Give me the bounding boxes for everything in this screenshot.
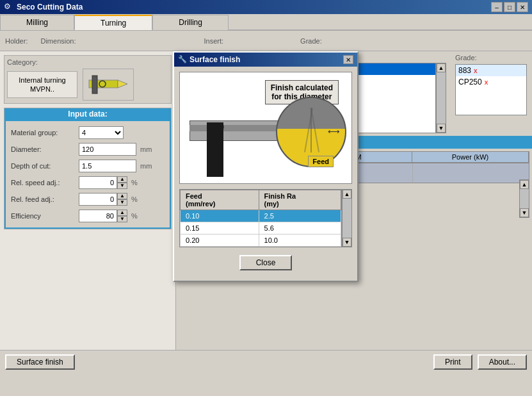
dimension-label: Dimension: — [40, 37, 76, 45]
input-fields: Material group: 4 Diameter: mm Depth of … — [6, 121, 170, 227]
material-group-select[interactable]: 4 — [79, 126, 124, 139]
surface-finish-button[interactable]: Surface finish — [5, 354, 75, 370]
depth-of-cut-row: Depth of cut: mm — [11, 160, 165, 172]
rel-speed-spinner: ▲ ▼ — [79, 176, 127, 189]
finish-cell-0: 2.5 — [259, 210, 341, 222]
diameter-input[interactable] — [79, 143, 136, 156]
header-row: Holder: Dimension: Insert: Grade: — [0, 31, 532, 51]
grade-item-1[interactable]: CP250 x — [456, 76, 526, 88]
depth-unit: mm — [140, 162, 152, 170]
modal-icon: 🔧 — [178, 55, 187, 64]
material-group-row: Material group: 4 — [11, 126, 165, 139]
modal-close-button[interactable]: Close — [239, 255, 293, 270]
rel-speed-label: Rel. speed adj.: — [11, 179, 75, 186]
rel-feed-row: Rel. feed adj.: ▲ ▼ % — [11, 193, 165, 206]
modal-body: Finish calculatedfor this diameter ↓ Fee… — [174, 67, 357, 281]
rel-speed-row: Rel. speed adj.: ▲ ▼ % — [11, 176, 165, 189]
rel-speed-input[interactable] — [79, 176, 117, 189]
insert-scroll-down[interactable]: ▼ — [437, 124, 446, 133]
modal-title: Surface finish — [189, 55, 343, 64]
svg-marker-1 — [118, 80, 127, 88]
category-image — [83, 69, 134, 101]
feed-label: Feed — [308, 156, 334, 167]
output-scrollbar: ▲ ▼ — [519, 179, 529, 218]
rel-feed-down[interactable]: ▼ — [117, 199, 127, 206]
app-title: Seco Cutting Data — [17, 3, 491, 12]
left-panel: Category: Internal turningMVPN.. — [0, 51, 176, 350]
insert-scroll-up[interactable]: ▲ — [437, 63, 446, 72]
table-scroll-down[interactable]: ▼ — [343, 238, 351, 247]
efficiency-label: Efficiency — [11, 212, 75, 220]
table-row-1[interactable]: 0.15 5.6 — [181, 222, 341, 235]
table-scroll-thumb — [343, 199, 351, 238]
modal-table-area: Feed(mm/rev) Finish Ra(my) 0.10 2.5 0.15… — [179, 189, 342, 247]
category-label: Category: — [7, 58, 168, 66]
surface-finish-modal: 🔧 Surface finish ✕ Finish calculatedfor … — [173, 51, 359, 282]
modal-table: Feed(mm/rev) Finish Ra(my) 0.10 2.5 0.15… — [180, 190, 341, 247]
modal-table-scroll: Feed(mm/rev) Finish Ra(my) 0.10 2.5 0.15… — [179, 189, 352, 247]
category-inner: Internal turningMVPN.. — [7, 69, 168, 101]
efficiency-down[interactable]: ▼ — [117, 216, 127, 222]
efficiency-spinner: ▲ ▼ — [79, 210, 127, 222]
holder-label: Holder: — [5, 37, 28, 45]
depth-label: Depth of cut: — [11, 162, 75, 170]
rel-feed-input[interactable] — [79, 193, 117, 206]
tool-body — [207, 122, 223, 177]
tab-drilling[interactable]: Drilling — [152, 15, 229, 30]
grade-section-label: Grade: — [455, 54, 527, 62]
input-section: Input data: Material group: 4 Diameter: … — [4, 108, 172, 229]
close-button[interactable]: ✕ — [517, 2, 528, 12]
modal-table-scrollbar: ▲ ▼ — [342, 189, 352, 247]
efficiency-input[interactable] — [79, 210, 117, 222]
col-feed-header: Feed(mm/rev) — [181, 190, 259, 210]
title-bar: ⚙ Seco Cutting Data – □ ✕ — [0, 0, 532, 14]
finish-cell-2: 10.0 — [259, 235, 341, 247]
table-row-0[interactable]: 0.10 2.5 — [181, 210, 341, 222]
bottom-bar: Surface finish Print About... — [0, 350, 532, 373]
rel-speed-arrows: ▲ ▼ — [117, 176, 127, 189]
output-scroll-up[interactable]: ▲ — [520, 180, 529, 189]
tab-milling[interactable]: Milling — [0, 15, 74, 30]
print-button[interactable]: Print — [433, 354, 472, 370]
rel-feed-arrows: ▲ ▼ — [117, 193, 127, 206]
diameter-label: Diameter: — [11, 145, 75, 153]
grade-list[interactable]: 883 x CP250 x — [455, 64, 527, 115]
rel-feed-up[interactable]: ▲ — [117, 193, 127, 199]
category-button[interactable]: Internal turningMVPN.. — [7, 71, 77, 99]
rel-feed-unit: % — [131, 195, 138, 203]
grade-label: Grade: — [300, 37, 322, 45]
about-button[interactable]: About... — [478, 354, 527, 370]
modal-title-bar: 🔧 Surface finish ✕ — [174, 53, 357, 67]
output-col-power: Power (kW) — [412, 152, 529, 163]
output-scroll-down[interactable]: ▼ — [520, 208, 529, 217]
modal-close-area: Close — [179, 252, 352, 276]
efficiency-row: Efficiency ▲ ▼ % — [11, 210, 165, 222]
rel-feed-label: Rel. feed adj.: — [11, 195, 75, 203]
diameter-unit: mm — [140, 145, 152, 153]
tab-turning[interactable]: Turning — [74, 15, 152, 30]
rel-feed-spinner: ▲ ▼ — [79, 193, 127, 206]
depth-input[interactable] — [79, 160, 136, 172]
rel-speed-up[interactable]: ▲ — [117, 176, 127, 183]
rel-speed-down[interactable]: ▼ — [117, 183, 127, 189]
input-section-title: Input data: — [6, 110, 170, 119]
grade-item-0[interactable]: 883 x — [456, 65, 526, 76]
table-scroll-up[interactable]: ▲ — [343, 190, 351, 199]
efficiency-arrows: ▲ ▼ — [117, 210, 127, 222]
col-finish-header: Finish Ra(my) — [259, 190, 341, 210]
table-row-2[interactable]: 0.20 10.0 — [181, 235, 341, 247]
efficiency-up[interactable]: ▲ — [117, 210, 127, 216]
bottom-right: Print About... — [433, 354, 527, 370]
category-section: Category: Internal turningMVPN.. — [4, 55, 172, 104]
feed-cell-1: 0.15 — [181, 222, 259, 235]
svg-rect-2 — [92, 76, 97, 94]
modal-close-x[interactable]: ✕ — [343, 55, 353, 64]
finish-cell-1: 5.6 — [259, 222, 341, 235]
maximize-button[interactable]: □ — [504, 2, 515, 12]
feed-cell-0: 0.10 — [181, 210, 259, 222]
minimize-button[interactable]: – — [491, 2, 503, 12]
rel-speed-unit: % — [131, 179, 138, 186]
material-group-label: Material group: — [11, 129, 75, 136]
app-icon: ⚙ — [4, 2, 14, 12]
modal-diagram: Finish calculatedfor this diameter ↓ Fee… — [179, 72, 352, 184]
